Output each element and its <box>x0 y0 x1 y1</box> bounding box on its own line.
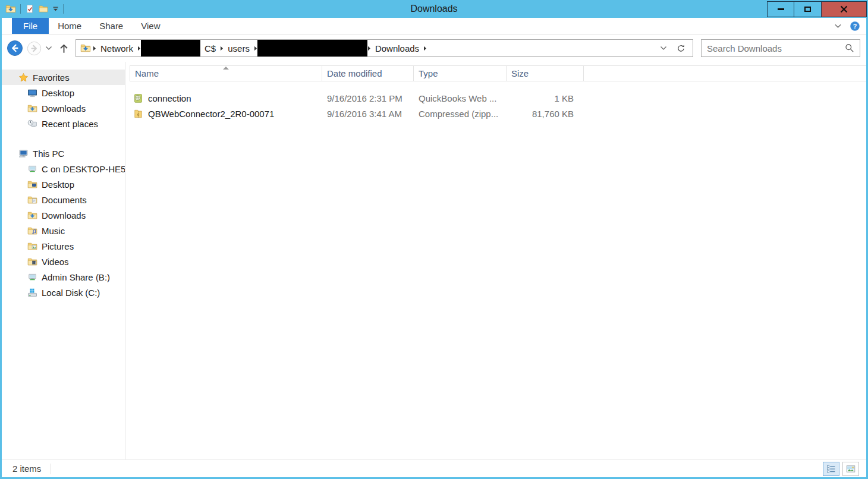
network-drive-icon <box>27 164 37 174</box>
recent-locations-chevron-icon[interactable] <box>45 46 52 51</box>
sidebar-item-c-on-desktop-he58[interactable]: C on DESKTOP-HE58 <box>2 161 125 177</box>
breadcrumb-segment-users[interactable]: users <box>224 43 254 53</box>
redacted-path-segment <box>257 40 367 56</box>
sidebar-item-local-disk-c[interactable]: Local Disk (C:) <box>2 285 125 300</box>
column-header-type[interactable]: Type <box>414 66 507 81</box>
folder-desktop-icon <box>27 179 37 190</box>
recent-icon <box>27 119 37 129</box>
file-rows: connection9/16/2016 2:31 PMQuickBooks We… <box>130 90 866 121</box>
tab-view[interactable]: View <box>132 18 169 34</box>
breadcrumb-segment-c[interactable]: C$ <box>200 43 220 53</box>
divider <box>20 4 21 14</box>
file-row-qbwebconnector2-2r0-00071[interactable]: QBWebConnector2_2R0-000719/16/2016 3:41 … <box>130 106 866 121</box>
sidebar-item-desktop[interactable]: Desktop <box>2 85 125 100</box>
up-button[interactable] <box>58 43 70 54</box>
breadcrumb-segment-downloads[interactable]: Downloads <box>371 43 423 53</box>
monitor-icon <box>27 88 37 98</box>
folder-download-icon <box>27 210 37 220</box>
sidebar-item-this-pc[interactable]: This PC <box>2 146 125 161</box>
sidebar-item-videos[interactable]: Videos <box>2 254 125 269</box>
view-switcher <box>823 462 859 476</box>
sidebar-item-admin-share-b[interactable]: Admin Share (B:) <box>2 269 125 285</box>
sidebar-item-label: Downloads <box>42 103 86 114</box>
column-header-size[interactable]: Size <box>507 66 584 81</box>
refresh-icon[interactable] <box>677 44 685 53</box>
search-input[interactable]: Search Downloads <box>701 39 860 57</box>
file-name-label: QBWebConnector2_2R0-00071 <box>148 109 274 119</box>
new-folder-icon[interactable] <box>39 4 48 14</box>
help-icon[interactable]: ? <box>850 21 860 31</box>
sidebar-item-label: Recent places <box>42 119 98 129</box>
breadcrumb-segment-network[interactable]: Network <box>96 43 137 53</box>
properties-icon[interactable] <box>25 4 34 14</box>
address-dropdown-chevron-icon[interactable] <box>660 46 667 51</box>
customize-qat-chevron-icon[interactable] <box>52 7 59 12</box>
sidebar-item-label: Local Disk (C:) <box>42 288 100 298</box>
tree-section-gap <box>2 131 125 146</box>
maximize-icon <box>804 7 811 12</box>
computer-icon <box>18 149 29 159</box>
sidebar-item-downloads[interactable]: Downloads <box>2 207 125 223</box>
column-header-label: Name <box>135 68 159 78</box>
expand-ribbon-chevron-icon[interactable] <box>834 24 842 29</box>
file-size-cell: 81,760 KB <box>506 109 583 119</box>
sidebar-item-label: Favorites <box>33 73 70 83</box>
tab-share[interactable]: Share <box>90 18 132 34</box>
redacted-path-segment <box>141 40 200 56</box>
file-row-connection[interactable]: connection9/16/2016 2:31 PMQuickBooks We… <box>130 90 866 106</box>
details-view-button[interactable] <box>823 462 839 476</box>
ribbon-right-controls: ? <box>834 18 866 34</box>
sidebar-item-label: C on DESKTOP-HE58 <box>42 164 125 174</box>
sidebar-item-pictures[interactable]: Pictures <box>2 238 125 254</box>
title-bar: Downloads <box>0 0 868 18</box>
thumbnails-view-icon <box>846 464 856 474</box>
ribbon-tab-strip: File HomeShareView ? <box>2 18 866 34</box>
maximize-button[interactable] <box>794 1 822 17</box>
navigation-pane: FavoritesDesktopDownloadsRecent placesTh… <box>2 62 125 459</box>
back-button[interactable] <box>7 40 23 56</box>
explorer-window: Downloads File HomeShareView ? <box>0 0 868 479</box>
forward-button[interactable] <box>27 41 42 56</box>
column-header-label: Date modified <box>327 68 382 78</box>
file-list-pane: NameDate modifiedTypeSize connection9/16… <box>125 62 866 459</box>
file-size-cell: 1 KB <box>506 93 583 103</box>
tree-section-gap <box>2 300 125 314</box>
sidebar-item-label: This PC <box>33 149 64 159</box>
item-count: 2 items <box>12 464 41 474</box>
network-drive-icon <box>27 272 37 282</box>
column-headers: NameDate modifiedTypeSize <box>130 65 866 81</box>
sidebar-item-label: Desktop <box>42 88 74 98</box>
window-downloads-folder-icon <box>5 4 16 14</box>
close-button[interactable] <box>822 1 867 17</box>
sidebar-item-music[interactable]: Music <box>2 223 125 238</box>
sidebar-item-label: Desktop <box>42 179 74 190</box>
file-date-cell: 9/16/2016 3:41 AM <box>322 109 413 119</box>
thumbnails-view-button[interactable] <box>842 462 859 476</box>
sidebar-item-desktop[interactable]: Desktop <box>2 177 125 192</box>
zip-folder-icon <box>133 109 143 119</box>
tab-file[interactable]: File <box>12 18 49 34</box>
address-bar[interactable]: NetworkC$usersDownloads <box>76 39 693 57</box>
tab-home[interactable]: Home <box>49 18 90 34</box>
local-disk-icon <box>27 288 37 298</box>
file-date-cell: 9/16/2016 2:31 PM <box>322 93 413 103</box>
folder-music-icon <box>27 226 37 236</box>
sidebar-item-favorites[interactable]: Favorites <box>2 70 125 85</box>
file-name-cell: QBWebConnector2_2R0-00071 <box>130 109 322 119</box>
column-header-name[interactable]: Name <box>130 66 322 81</box>
file-type-cell: QuickBooks Web ... <box>413 93 506 103</box>
file-name-label: connection <box>148 93 191 103</box>
column-header-date-modified[interactable]: Date modified <box>322 66 414 81</box>
sidebar-item-downloads[interactable]: Downloads <box>2 100 125 116</box>
divider <box>51 464 51 474</box>
sidebar-item-recent-places[interactable]: Recent places <box>2 116 125 131</box>
folder-videos-icon <box>27 257 37 267</box>
breadcrumb-separator-icon <box>423 46 427 51</box>
details-view-icon <box>826 464 836 474</box>
svg-text:?: ? <box>853 22 857 29</box>
divider <box>63 4 64 14</box>
minimize-button[interactable] <box>767 1 794 17</box>
sidebar-item-documents[interactable]: Documents <box>2 192 125 207</box>
sidebar-item-label: Pictures <box>42 241 74 251</box>
file-type-cell: Compressed (zipp... <box>413 109 506 119</box>
